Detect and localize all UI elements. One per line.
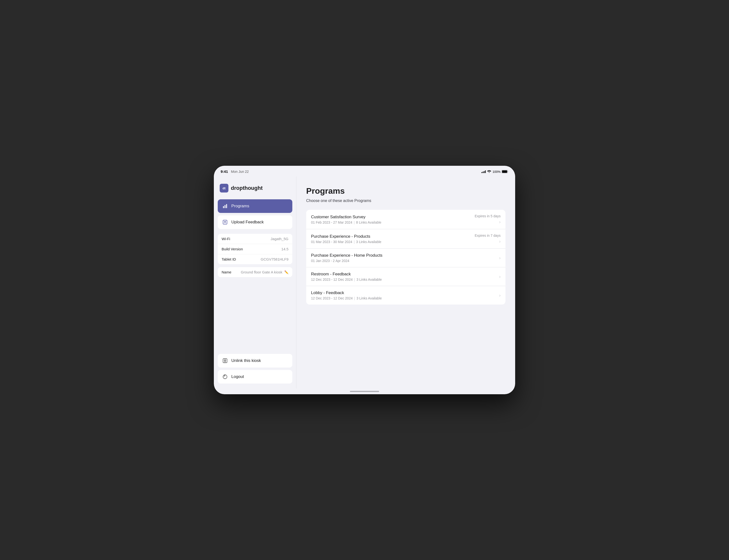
build-label: Build Version: [222, 247, 243, 251]
program-date-1: 01 Feb 2023 - 27 Mar 2024: [311, 220, 353, 224]
program-date-3: 01 Jan 2023 - 2 Apr 2024: [311, 259, 349, 263]
program-item-2[interactable]: Purchase Experience - Products01 Mar 202…: [306, 229, 505, 249]
svg-rect-2: [223, 206, 224, 208]
program-date-4: 12 Dec 2023 - 12 Dec 2024: [311, 278, 353, 281]
status-date: Mon Jun 22: [231, 170, 249, 174]
status-icons: 100%: [481, 170, 508, 174]
program-meta-4: 12 Dec 2023 - 12 Dec 2024|3 Links Availa…: [311, 278, 493, 281]
main-content: Programs Choose one of these active Prog…: [297, 176, 515, 388]
edit-icon[interactable]: ✏️: [284, 270, 289, 274]
unlink-label: Unlink this kiosk: [231, 358, 261, 363]
program-chevron-4: ›: [499, 274, 500, 279]
battery-area: 100%: [492, 170, 508, 174]
signal-icon: [481, 170, 486, 173]
tablet-screen: 9:41 Mon Jun 22 10: [214, 166, 515, 394]
logout-icon: [222, 373, 229, 380]
program-name-1: Customer Satisfaction Survey: [311, 215, 471, 219]
program-right-4: ›: [497, 274, 500, 279]
sidebar-item-programs-label: Programs: [231, 204, 249, 209]
program-info-4: Restroom - Feedback12 Dec 2023 - 12 Dec …: [311, 272, 493, 281]
device-info: Wi-Fi Jagath_5G Build Version 14.5 Table…: [218, 234, 292, 264]
tablet-frame: 9:41 Mon Jun 22 10: [214, 166, 515, 394]
program-right-2: Expires in 7 days›: [474, 234, 500, 244]
status-time: 9:41: [221, 169, 228, 174]
build-row: Build Version 14.5: [218, 244, 292, 254]
wifi-row: Wi-Fi Jagath_5G: [218, 234, 292, 244]
logo-area: dt dropthought: [218, 181, 292, 199]
status-bar: 9:41 Mon Jun 22 10: [214, 166, 515, 176]
program-links-4: 3 Links Available: [357, 278, 382, 281]
program-expires-2: Expires in 7 days: [474, 234, 500, 237]
app-container: dt dropthought: [214, 176, 515, 388]
battery-icon: [501, 170, 508, 173]
program-chevron-1: ›: [499, 219, 500, 225]
svg-rect-1: [502, 170, 507, 173]
tablet-id-row: Tablet ID GCGV7581HLF9: [218, 254, 292, 264]
program-item-5[interactable]: Lobby - Feedback12 Dec 2023 - 12 Dec 202…: [306, 286, 505, 305]
home-indicator: [214, 388, 515, 394]
program-date-5: 12 Dec 2023 - 12 Dec 2024: [311, 296, 353, 300]
program-info-3: Purchase Experience - Home Products01 Ja…: [311, 253, 493, 263]
logout-button[interactable]: Logout: [218, 370, 292, 384]
wifi-icon: [487, 170, 491, 174]
name-label: Name: [222, 270, 231, 274]
page-subtitle: Choose one of these active Programs: [306, 199, 505, 203]
status-time-area: 9:41 Mon Jun 22: [221, 169, 249, 174]
program-links-5: 3 Links Available: [357, 296, 382, 300]
program-item-1[interactable]: Customer Satisfaction Survey01 Feb 2023 …: [306, 210, 505, 229]
programs-list: Customer Satisfaction Survey01 Feb 2023 …: [306, 210, 505, 305]
logo-text: dropthought: [231, 185, 263, 191]
tablet-id-label: Tablet ID: [222, 257, 236, 261]
unlink-button[interactable]: Unlink this kiosk: [218, 354, 292, 367]
sidebar-item-upload-label: Upload Feedback: [231, 220, 264, 225]
unlink-icon: [222, 357, 229, 364]
wifi-value: Jagath_5G: [271, 237, 289, 241]
battery-percent: 100%: [492, 170, 500, 174]
bottom-actions: Unlink this kiosk Logout: [218, 349, 292, 384]
program-name-5: Lobby - Feedback: [311, 290, 493, 295]
program-links-1: 8 Links Available: [356, 220, 381, 224]
name-container: Name Ground floor Gate A kiosk ✏️: [218, 267, 292, 277]
sidebar-item-upload[interactable]: Upload Feedback: [218, 215, 292, 229]
logout-label: Logout: [231, 374, 244, 379]
program-links-2: 3 Links Available: [356, 240, 381, 244]
page-title: Programs: [306, 186, 505, 196]
program-right-5: ›: [497, 293, 500, 298]
tablet-id-value: GCGV7581HLF9: [261, 257, 289, 261]
program-info-5: Lobby - Feedback12 Dec 2023 - 12 Dec 202…: [311, 290, 493, 300]
upload-icon: [222, 219, 229, 226]
program-meta-5: 12 Dec 2023 - 12 Dec 2024|3 Links Availa…: [311, 296, 493, 300]
program-right-1: Expires in 5 days›: [474, 214, 500, 225]
programs-container: Customer Satisfaction Survey01 Feb 2023 …: [306, 210, 505, 305]
program-item-3[interactable]: Purchase Experience - Home Products01 Ja…: [306, 249, 505, 267]
program-expires-1: Expires in 5 days: [474, 214, 500, 218]
sidebar: dt dropthought: [214, 176, 297, 388]
program-right-3: ›: [497, 255, 500, 261]
wifi-label: Wi-Fi: [222, 237, 230, 241]
svg-rect-3: [225, 205, 226, 208]
name-value: Ground floor Gate A kiosk: [241, 270, 282, 274]
program-info-2: Purchase Experience - Products01 Mar 202…: [311, 234, 471, 244]
program-meta-2: 01 Mar 2023 - 30 Mar 2024|3 Links Availa…: [311, 240, 471, 244]
program-item-4[interactable]: Restroom - Feedback12 Dec 2023 - 12 Dec …: [306, 267, 505, 286]
sidebar-item-programs[interactable]: Programs: [218, 199, 292, 213]
chart-bar-icon: [222, 203, 229, 210]
build-value: 14.5: [282, 247, 289, 251]
sidebar-nav: Programs Upload Feedback: [218, 199, 292, 229]
program-info-1: Customer Satisfaction Survey01 Feb 2023 …: [311, 215, 471, 224]
logo-icon: dt: [220, 184, 229, 193]
program-name-4: Restroom - Feedback: [311, 272, 493, 277]
svg-rect-4: [226, 204, 227, 208]
name-row: Name Ground floor Gate A kiosk ✏️: [218, 267, 292, 277]
name-value-wrapper: Ground floor Gate A kiosk ✏️: [241, 270, 289, 274]
program-chevron-2: ›: [499, 239, 500, 244]
program-meta-1: 01 Feb 2023 - 27 Mar 2024|8 Links Availa…: [311, 220, 471, 224]
program-chevron-3: ›: [499, 255, 500, 261]
program-date-2: 01 Mar 2023 - 30 Mar 2024: [311, 240, 353, 244]
home-bar: [350, 391, 379, 392]
program-name-3: Purchase Experience - Home Products: [311, 253, 493, 258]
program-meta-3: 01 Jan 2023 - 2 Apr 2024: [311, 259, 493, 263]
program-name-2: Purchase Experience - Products: [311, 234, 471, 239]
program-chevron-5: ›: [499, 293, 500, 298]
